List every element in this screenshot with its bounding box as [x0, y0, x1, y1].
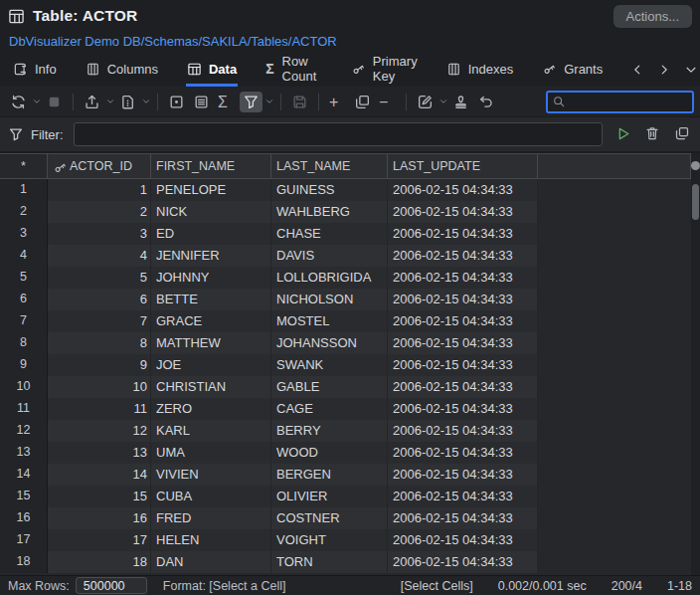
undo-button[interactable]	[474, 92, 497, 112]
tab-primary-key[interactable]: Primary Key	[350, 52, 419, 87]
quick-search-box[interactable]	[546, 91, 694, 113]
cell-last_name[interactable]: VOIGHT	[271, 529, 388, 551]
chevron-down-icon[interactable]	[32, 97, 42, 106]
row-number-cell[interactable]: 2	[0, 201, 48, 223]
cell-last_update[interactable]: 2006-02-15 04:34:33	[388, 486, 538, 507]
cell-first_name[interactable]: HELEN	[151, 529, 271, 551]
clear-filter-trash-icon[interactable]	[644, 125, 662, 143]
row-number-cell[interactable]: 1	[0, 179, 48, 201]
cell-actor_id[interactable]: 5	[48, 267, 151, 289]
cell-actor_id[interactable]: 1	[48, 179, 151, 201]
row-number-cell[interactable]: 15	[0, 486, 48, 507]
form-viewer-button[interactable]	[190, 92, 213, 112]
cell-first_name[interactable]: UMA	[151, 442, 271, 464]
row-number-cell[interactable]: 9	[0, 354, 48, 376]
cell-first_name[interactable]: JOHNNY	[151, 267, 271, 289]
cell-actor_id[interactable]: 9	[48, 354, 151, 376]
cell-first_name[interactable]: NICK	[151, 201, 271, 223]
row-number-cell[interactable]: 4	[0, 245, 48, 267]
edit-cell-button[interactable]	[414, 92, 437, 112]
cell-last_name[interactable]: CHASE	[271, 223, 388, 245]
row-number-cell[interactable]: 3	[0, 223, 48, 245]
cell-last_update[interactable]: 2006-02-15 04:34:33	[388, 354, 538, 376]
row-number-cell[interactable]: 12	[0, 420, 48, 442]
row-number-cell[interactable]: 17	[0, 529, 48, 551]
cell-last_name[interactable]: LOLLOBRIGIDA	[271, 267, 388, 289]
cell-actor_id[interactable]: 12	[48, 420, 151, 442]
row-number-cell[interactable]: 18	[0, 551, 48, 573]
cell-last_name[interactable]: GABLE	[271, 376, 388, 398]
cell-last_update[interactable]: 2006-02-15 04:34:33	[388, 267, 538, 289]
cell-actor_id[interactable]: 6	[48, 289, 151, 310]
cell-actor_id[interactable]: 13	[48, 442, 151, 464]
cell-actor_id[interactable]: 4	[48, 245, 151, 267]
stamp-button[interactable]	[449, 92, 472, 112]
cell-actor_id[interactable]: 2	[48, 201, 151, 223]
cell-last_update[interactable]: 2006-02-15 04:34:33	[388, 201, 538, 223]
apply-filter-play-icon[interactable]	[614, 125, 632, 143]
cell-first_name[interactable]: CHRISTIAN	[151, 376, 271, 398]
cell-first_name[interactable]: KARL	[151, 420, 271, 442]
script-document-button[interactable]	[116, 92, 139, 112]
chevron-left-icon[interactable]	[630, 63, 644, 77]
cell-last_name[interactable]: TORN	[271, 551, 388, 573]
row-number-cell[interactable]: 16	[0, 507, 48, 529]
column-header-actor_id[interactable]: ACTOR_ID	[48, 154, 151, 178]
cell-first_name[interactable]: CUBA	[151, 486, 271, 507]
cell-first_name[interactable]: MATTHEW	[151, 332, 271, 354]
column-selector-dot-button[interactable]	[691, 161, 700, 170]
cell-last_name[interactable]: JOHANSSON	[271, 332, 388, 354]
delete-row-button[interactable]: −	[376, 92, 399, 112]
cell-last_update[interactable]: 2006-02-15 04:34:33	[388, 223, 538, 245]
cell-last_name[interactable]: MOSTEL	[271, 310, 388, 332]
copy-filter-icon[interactable]	[674, 125, 692, 143]
cell-first_name[interactable]: ZERO	[151, 398, 271, 420]
insert-row-button[interactable]: +	[326, 92, 349, 112]
cell-first_name[interactable]: GRACE	[151, 310, 271, 332]
cell-first_name[interactable]: PENELOPE	[151, 179, 271, 201]
cell-first_name[interactable]: JOE	[151, 354, 271, 376]
cell-actor_id[interactable]: 7	[48, 310, 151, 332]
cell-last_update[interactable]: 2006-02-15 04:34:33	[388, 289, 538, 310]
cell-actor_id[interactable]: 11	[48, 398, 151, 420]
cell-last_update[interactable]: 2006-02-15 04:34:33	[388, 507, 538, 529]
cell-last_update[interactable]: 2006-02-15 04:34:33	[388, 551, 538, 573]
search-input[interactable]	[569, 95, 688, 108]
cell-last_name[interactable]: COSTNER	[271, 507, 388, 529]
chevron-down-icon[interactable]	[141, 97, 151, 106]
cell-last_name[interactable]: BERRY	[271, 420, 388, 442]
breadcrumb-link[interactable]: DbVisualizer Demo DB/Schemas/SAKILA/Tabl…	[9, 34, 337, 49]
cell-last_update[interactable]: 2006-02-15 04:34:33	[388, 398, 538, 420]
row-number-cell[interactable]: 10	[0, 376, 48, 398]
cell-actor_id[interactable]: 8	[48, 332, 151, 354]
refresh-button[interactable]	[7, 92, 30, 112]
cell-last_name[interactable]: GUINESS	[271, 179, 388, 201]
row-number-cell[interactable]: 13	[0, 442, 48, 464]
chevron-right-icon[interactable]	[657, 63, 671, 77]
chevron-down-icon[interactable]	[264, 97, 274, 106]
cell-last_update[interactable]: 2006-02-15 04:34:33	[388, 179, 538, 201]
cell-actor_id[interactable]: 15	[48, 486, 151, 507]
aggregate-sigma-button[interactable]: Σ	[215, 92, 238, 112]
column-header-last_name[interactable]: LAST_NAME	[271, 154, 388, 178]
cell-last_name[interactable]: NICHOLSON	[271, 289, 388, 310]
duplicate-row-button[interactable]	[351, 92, 374, 112]
row-number-cell[interactable]: 7	[0, 310, 48, 332]
cell-first_name[interactable]: BETTE	[151, 289, 271, 310]
cell-actor_id[interactable]: 3	[48, 223, 151, 245]
cell-last_name[interactable]: SWANK	[271, 354, 388, 376]
cell-last_update[interactable]: 2006-02-15 04:34:33	[388, 376, 538, 398]
row-number-cell[interactable]: 6	[0, 289, 48, 310]
chevron-down-icon[interactable]	[684, 63, 698, 77]
cell-last_name[interactable]: DAVIS	[271, 245, 388, 267]
max-rows-input[interactable]	[76, 577, 147, 594]
tab-columns[interactable]: Columns	[85, 52, 159, 87]
cell-last_name[interactable]: WAHLBERG	[271, 201, 388, 223]
cell-first_name[interactable]: DAN	[151, 551, 271, 573]
cell-last_update[interactable]: 2006-02-15 04:34:33	[388, 529, 538, 551]
tab-row-count[interactable]: ΣRow Count	[264, 52, 323, 87]
filter-button[interactable]	[240, 92, 262, 112]
row-number-cell[interactable]: 11	[0, 398, 48, 420]
cell-first_name[interactable]: JENNIFER	[151, 245, 271, 267]
tab-indexes[interactable]: Indexes	[445, 52, 515, 87]
